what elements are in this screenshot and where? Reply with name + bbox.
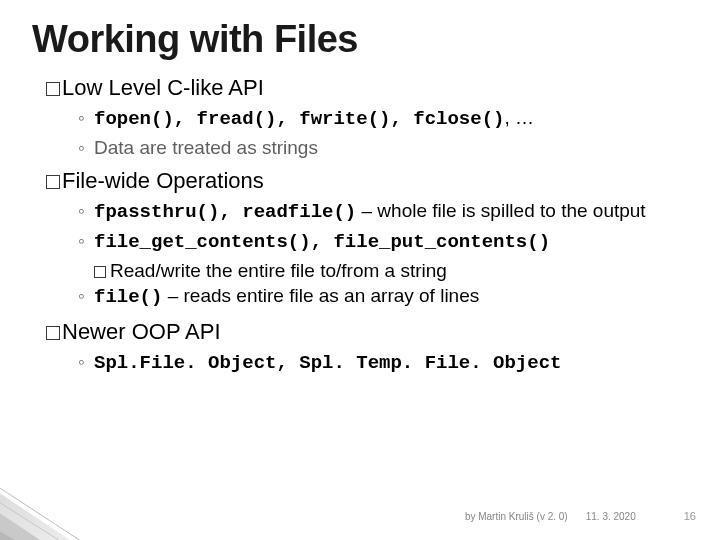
section-label: File-wide Operations <box>62 168 264 193</box>
section-items-1b: file() – reads entire file as an array o… <box>78 283 688 311</box>
list-item: fopen(), fread(), fwrite(), fclose(), … <box>78 105 688 133</box>
footer-author: by Martin Kruliš (v 2. 0) <box>465 511 568 522</box>
box-icon <box>46 82 60 96</box>
code-text: fpassthru(), readfile() <box>94 201 356 223</box>
box-icon <box>94 266 106 278</box>
corner-decoration <box>0 440 160 540</box>
code-text: file_get_contents(), file_put_contents() <box>94 231 550 253</box>
section-items-1: fpassthru(), readfile() – whole file is … <box>78 198 688 255</box>
code-text: Spl.File. Object, Spl. Temp. File. Objec… <box>94 352 561 374</box>
box-icon <box>46 326 60 340</box>
list-item: Data are treated as strings <box>78 135 688 161</box>
list-item: Spl.File. Object, Spl. Temp. File. Objec… <box>78 349 688 377</box>
sub-text: Read/write the entire file to/from a str… <box>110 260 447 281</box>
slide-title: Working with Files <box>32 18 688 61</box>
section-heading-oop: Newer OOP API <box>46 319 688 345</box>
section-label: Newer OOP API <box>62 319 221 344</box>
section-heading-file-wide: File-wide Operations <box>46 168 688 194</box>
code-text: fopen(), fread(), fwrite(), fclose() <box>94 108 504 130</box>
section-items-2: Spl.File. Object, Spl. Temp. File. Objec… <box>78 349 688 377</box>
item-suffix: , … <box>504 107 534 128</box>
list-item: file_get_contents(), file_put_contents() <box>78 228 688 256</box>
list-item: fpassthru(), readfile() – whole file is … <box>78 198 688 226</box>
item-suffix: – reads entire file as an array of lines <box>162 285 479 306</box>
slide-content: Working with Files Low Level C-like API … <box>0 0 720 540</box>
footer-date: 11. 3. 2020 <box>586 511 636 522</box>
section-items-0: fopen(), fread(), fwrite(), fclose(), … … <box>78 105 688 160</box>
box-icon <box>46 175 60 189</box>
page-number: 16 <box>684 510 696 522</box>
section-heading-low-level: Low Level C-like API <box>46 75 688 101</box>
section-label: Low Level C-like API <box>62 75 264 100</box>
item-text: Data are treated as strings <box>94 137 318 158</box>
list-item: file() – reads entire file as an array o… <box>78 283 688 311</box>
item-suffix: – whole file is spilled to the output <box>356 200 645 221</box>
slide-footer: by Martin Kruliš (v 2. 0) 11. 3. 2020 16 <box>0 510 720 522</box>
sub-list-item: Read/write the entire file to/from a str… <box>94 258 688 284</box>
code-text: file() <box>94 286 162 308</box>
